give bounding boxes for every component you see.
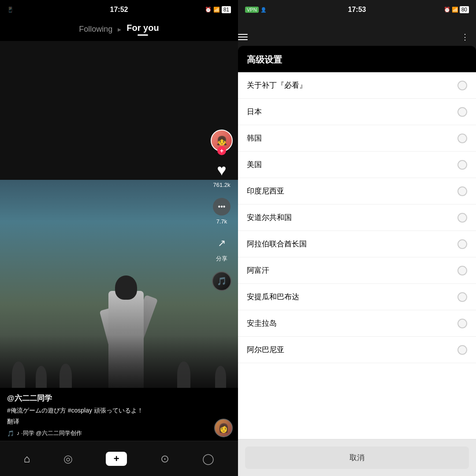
- item-label-3: 美国: [247, 160, 262, 170]
- nav-separator: ▸: [118, 25, 121, 33]
- follow-plus-btn[interactable]: +: [217, 146, 226, 155]
- status-right-right-icons: ⏰ 📶 80: [444, 6, 469, 13]
- action-buttons: 👧 + ♥ 761.2k ••• 7.7k: [211, 130, 233, 291]
- message-icon: ⊙: [160, 453, 169, 465]
- settings-list: 关于补丁『必看』 日本 韩国 美国 印度尼西亚: [238, 72, 476, 439]
- share-label: 分享: [216, 255, 227, 263]
- right-panel: VPN 👤 17:53 ⏰ 📶 80 ⋮ 高级设置: [238, 0, 476, 476]
- share-button[interactable]: ↗ 分享: [212, 234, 231, 263]
- nav-foryou[interactable]: For you: [126, 23, 159, 33]
- radio-8[interactable]: [457, 292, 467, 302]
- nav-messages[interactable]: ⊙: [160, 453, 169, 465]
- radio-7[interactable]: [457, 266, 467, 275]
- crowd-person: [177, 361, 190, 388]
- music-disc: 🎵: [212, 271, 231, 291]
- heart-icon-wrap: ♥: [212, 160, 231, 180]
- crowd-person: [60, 364, 72, 388]
- home-icon: ⌂: [24, 453, 30, 465]
- radio-3[interactable]: [457, 160, 467, 170]
- cancel-button[interactable]: 取消: [245, 446, 469, 469]
- user-thumbnail[interactable]: 👩: [214, 419, 233, 437]
- settings-item-1[interactable]: 日本: [238, 99, 476, 125]
- nav-profile[interactable]: ◯: [202, 453, 214, 465]
- comment-icon-wrap: •••: [212, 197, 231, 216]
- share-icon-wrap: ↗: [212, 234, 231, 253]
- translate-button[interactable]: 翻译: [7, 418, 212, 426]
- left-panel: 📱 17:52 ⏰ 📶 81 Following ▸ For you: [0, 0, 238, 476]
- crowd: [0, 335, 238, 388]
- video-tags: #俺流ゲームの遊び方 #cosplay 頑張っているよ！: [7, 406, 212, 415]
- forward-icon: ↗: [218, 238, 226, 249]
- radio-9[interactable]: [457, 319, 467, 328]
- settings-item-7[interactable]: 阿富汗: [238, 257, 476, 284]
- heart-icon: ♥: [217, 161, 226, 179]
- item-label-5: 安道尔共和国: [247, 212, 292, 223]
- status-left-icons: 📱: [7, 7, 14, 13]
- user-avatar-icon: 👩: [218, 423, 229, 433]
- settings-cancel-area: 取消: [238, 439, 476, 476]
- alarm-right-icon: ⏰: [444, 7, 450, 13]
- settings-item-9[interactable]: 安圭拉岛: [238, 310, 476, 337]
- settings-item-8[interactable]: 安提瓜和巴布达: [238, 284, 476, 310]
- settings-item-6[interactable]: 阿拉伯联合酋长国: [238, 231, 476, 257]
- radio-6[interactable]: [457, 239, 467, 249]
- like-count: 761.2k: [213, 182, 230, 188]
- top-right-controls: [238, 34, 248, 40]
- comment-button[interactable]: ••• 7.7k: [212, 197, 231, 225]
- settings-item-2[interactable]: 韩国: [238, 125, 476, 152]
- settings-item-5[interactable]: 安道尔共和国: [238, 205, 476, 231]
- hamburger-menu[interactable]: [238, 34, 248, 40]
- nav-following[interactable]: Following: [79, 25, 112, 34]
- settings-item-10[interactable]: 阿尔巴尼亚: [238, 337, 476, 363]
- item-label-6: 阿拉伯联合酋长国: [247, 239, 307, 249]
- plus-icon: +: [114, 453, 119, 465]
- create-btn[interactable]: +: [106, 452, 127, 466]
- item-label-4: 印度尼西亚: [247, 186, 284, 196]
- nav-foryou-underline: [138, 34, 148, 36]
- like-button[interactable]: ♥ 761.2k: [212, 160, 231, 188]
- bottom-nav: ⌂ ◎ + ⊙ ◯: [0, 441, 238, 476]
- alarm-icon: ⏰: [205, 7, 212, 13]
- status-right-icons: ⏰ 📶 81: [205, 6, 231, 13]
- explore-icon: ◎: [63, 453, 73, 465]
- status-right-left-icons: VPN 👤: [245, 7, 267, 13]
- time-right: 17:53: [348, 6, 366, 14]
- video-area[interactable]: 👧 + ♥ 761.2k ••• 7.7k: [0, 41, 238, 388]
- music-info: ♪ ·同学 @六二二同学创作: [17, 429, 82, 437]
- radio-5[interactable]: [457, 213, 467, 223]
- dots-menu-right[interactable]: ⋮: [461, 32, 469, 42]
- radio-2[interactable]: [457, 134, 467, 143]
- nav-bar: Following ▸ For you: [0, 19, 238, 41]
- hamburger-line: [238, 34, 248, 35]
- radio-0[interactable]: [457, 81, 467, 90]
- comment-icon: •••: [213, 198, 231, 216]
- item-label-0: 关于补丁『必看』: [247, 80, 307, 90]
- music-row: 🎵 ♪ ·同学 @六二二同学创作: [7, 429, 212, 437]
- settings-dialog: 高级设置 关于补丁『必看』 日本 韩国 美国: [238, 46, 476, 476]
- settings-title: 高级设置: [238, 46, 476, 72]
- dots-icon: •••: [218, 203, 226, 211]
- settings-item-3[interactable]: 美国: [238, 152, 476, 178]
- vpn-badge: VPN: [245, 7, 259, 13]
- battery-left: 81: [222, 6, 231, 13]
- item-label-9: 安圭拉岛: [247, 318, 277, 328]
- comment-count: 7.7k: [216, 218, 227, 225]
- nav-explore[interactable]: ◎: [63, 453, 73, 465]
- time-left: 17:52: [110, 6, 128, 14]
- crowd-person: [215, 366, 226, 388]
- nav-home[interactable]: ⌂: [24, 453, 30, 465]
- nav-foryou-container: For you: [126, 23, 159, 36]
- settings-item-0[interactable]: 关于补丁『必看』: [238, 72, 476, 99]
- item-label-8: 安提瓜和巴布达: [247, 292, 299, 302]
- settings-item-4[interactable]: 印度尼西亚: [238, 178, 476, 205]
- radio-4[interactable]: [457, 186, 467, 196]
- radio-10[interactable]: [457, 345, 467, 355]
- nav-create[interactable]: +: [106, 452, 127, 466]
- music-disc-icon: 🎵: [217, 276, 227, 286]
- profile-icon: ◯: [202, 453, 214, 465]
- status-bar-left: 📱 17:52 ⏰ 📶 81: [0, 0, 238, 19]
- crowd-person: [36, 366, 47, 388]
- dots-icon-right: ⋮: [461, 32, 469, 42]
- radio-1[interactable]: [457, 107, 467, 117]
- avatar-container[interactable]: 👧 +: [211, 130, 233, 152]
